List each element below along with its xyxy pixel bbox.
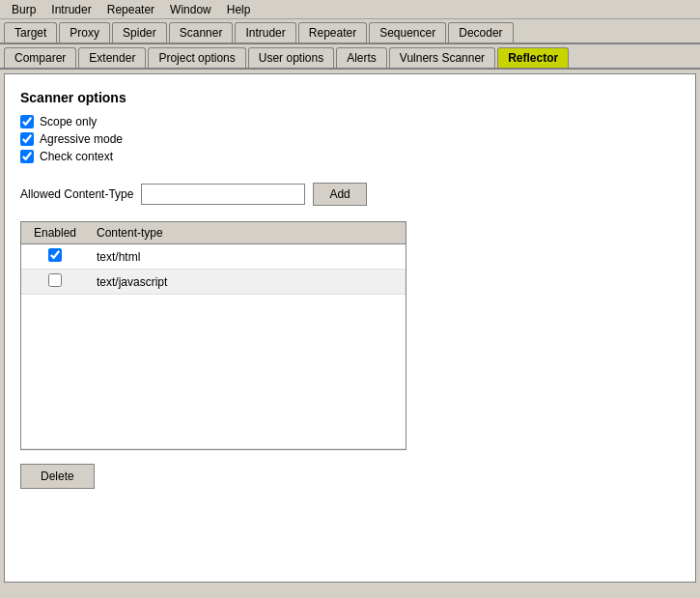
scanner-options-title: Scanner options [20,90,680,105]
menu-burp[interactable]: Burp [4,1,43,18]
row2-enabled-checkbox[interactable] [48,273,62,287]
tab-target[interactable]: Target [4,22,57,43]
col-content-type: Content-type [89,222,406,244]
allowed-content-type-input[interactable] [141,184,305,205]
check-context-checkbox[interactable] [20,150,34,163]
tab-row-1: Target Proxy Spider Scanner Intruder Rep… [0,19,700,43]
tab-project-options[interactable]: Project options [148,47,245,68]
content-type-table: Enabled Content-type text/html text/java… [21,222,406,449]
add-button[interactable]: Add [313,183,366,206]
tab-spider[interactable]: Spider [112,22,167,43]
menu-intruder[interactable]: Intruder [43,1,98,18]
table-row: text/javascript [21,270,406,295]
agressive-mode-checkbox[interactable] [20,132,34,146]
tab-intruder[interactable]: Intruder [235,22,295,43]
tab-comparer[interactable]: Comparer [4,47,76,68]
tab-sequencer[interactable]: Sequencer [369,22,446,43]
tab-decoder[interactable]: Decoder [448,22,513,43]
row1-enabled-cell [21,244,89,270]
table-row: text/html [21,244,406,270]
menu-repeater[interactable]: Repeater [99,1,162,18]
tab-row-2: Comparer Extender Project options User o… [0,44,700,68]
scope-only-label: Scope only [40,115,97,128]
content-area: Scanner options Scope only Agressive mod… [4,73,696,583]
delete-button[interactable]: Delete [20,464,95,489]
menu-help[interactable]: Help [219,1,259,18]
allowed-content-type-label: Allowed Content-Type [20,187,133,201]
check-context-label: Check context [40,150,113,163]
tab-user-options[interactable]: User options [248,47,334,68]
checkbox-scope-only: Scope only [20,115,680,128]
scope-only-checkbox[interactable] [20,115,34,128]
tab-reflector[interactable]: Reflector [497,47,569,68]
tab-vulners-scanner[interactable]: Vulners Scanner [389,47,495,68]
col-enabled: Enabled [21,222,89,244]
tab-repeater[interactable]: Repeater [298,22,367,43]
row1-enabled-checkbox[interactable] [48,248,62,262]
content-type-table-wrapper: Enabled Content-type text/html text/java… [20,221,406,450]
tab-proxy[interactable]: Proxy [59,22,110,43]
menu-bar: Burp Intruder Repeater Window Help [0,0,700,19]
checkbox-check-context: Check context [20,150,680,163]
tab-scanner[interactable]: Scanner [169,22,234,43]
agressive-mode-label: Agressive mode [40,132,123,146]
row1-content-type-cell: text/html [89,244,406,270]
tab-alerts[interactable]: Alerts [336,47,387,68]
tab-extender[interactable]: Extender [78,47,146,68]
menu-window[interactable]: Window [162,1,219,18]
row2-enabled-cell [21,270,89,295]
checkbox-aggressive-mode: Agressive mode [20,132,680,146]
allowed-content-type-row: Allowed Content-Type Add [20,183,680,206]
row2-content-type-cell: text/javascript [89,270,406,295]
